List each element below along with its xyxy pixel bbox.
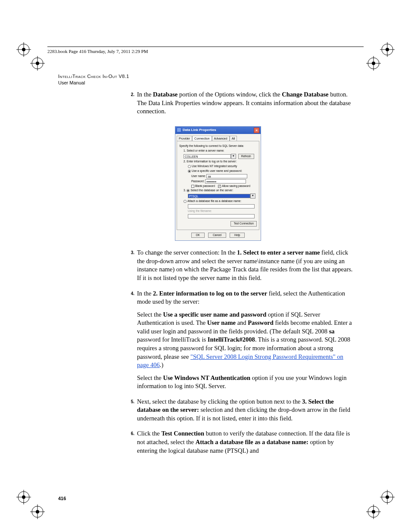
- tab-all[interactable]: All: [230, 136, 237, 141]
- data-link-properties-dialog: Data Link Properties × Provider Connecti…: [175, 126, 261, 241]
- filename-input[interactable]: [188, 214, 255, 218]
- step-text: To change the server connection: In the …: [137, 249, 353, 282]
- crop-mark-icon: [380, 42, 395, 57]
- radio-specific-user[interactable]: [188, 170, 191, 173]
- dialog-title: Data Link Properties: [183, 128, 216, 132]
- close-icon[interactable]: ×: [254, 128, 259, 133]
- label-enter-info: 2. Enter information to log on to the se…: [184, 160, 257, 164]
- test-connection-button[interactable]: Test Connection: [230, 221, 257, 227]
- crop-mark-icon: [16, 42, 31, 57]
- app-icon: [177, 128, 181, 132]
- chevron-down-icon[interactable]: ▾: [231, 154, 236, 159]
- label-using-filename: Using the filename:: [188, 209, 257, 213]
- label-select-db: Select the database on the server:: [190, 189, 233, 192]
- step-text: Select the Use Windows NT Authentication…: [137, 374, 353, 391]
- radio-nt-auth[interactable]: [188, 165, 191, 168]
- step-3: 3. To change the server connection: In t…: [125, 249, 353, 286]
- step-5: 5. Next, select the database by clicking…: [125, 398, 353, 427]
- dialog-titlebar: Data Link Properties ×: [175, 127, 261, 134]
- password-input[interactable]: ••••••••••: [205, 179, 246, 184]
- label-username: User name:: [191, 174, 206, 177]
- step-number: 4.: [125, 289, 137, 297]
- book-title: IntelliTrack Check In-Out V8.1: [58, 73, 129, 80]
- step-number: 2.: [125, 90, 137, 98]
- label-specific-user: Use a specific user name and password:: [192, 169, 242, 172]
- ok-button[interactable]: OK: [191, 233, 205, 238]
- crop-mark-icon: [366, 56, 381, 71]
- book-header: IntelliTrack Check In-Out V8.1 User Manu…: [58, 73, 129, 86]
- step-number: 3.: [125, 249, 137, 256]
- step-6: 6. Click the Test Connection button to v…: [125, 429, 353, 459]
- chevron-down-icon[interactable]: ▾: [250, 193, 255, 199]
- refresh-button[interactable]: Refresh: [238, 154, 254, 159]
- crop-mark-icon: [30, 56, 45, 71]
- dialog-heading: Specify the following to connect to SQL …: [179, 144, 257, 148]
- tab-connection[interactable]: Connection: [192, 136, 212, 141]
- step-text: Select the Use a specific user name and …: [137, 311, 353, 370]
- help-button[interactable]: Help: [230, 233, 245, 238]
- dialog-tabs: Provider Connection Advanced All: [175, 134, 261, 141]
- step-text: In the 2. Enter information to log on to…: [137, 289, 353, 306]
- tab-provider[interactable]: Provider: [177, 136, 192, 141]
- crop-header: 2283.book Page 416 Thursday, July 7, 201…: [47, 47, 364, 54]
- step-text: Click the Test Connection button to veri…: [137, 429, 353, 455]
- step-number: 5.: [125, 398, 137, 405]
- crop-mark-icon: [30, 504, 45, 519]
- step-4: 4. In the 2. Enter information to log on…: [125, 289, 353, 395]
- cancel-button[interactable]: Cancel: [208, 233, 226, 238]
- radio-attach-db[interactable]: [184, 200, 187, 203]
- crop-mark-icon: [366, 504, 381, 519]
- radio-select-db[interactable]: [187, 189, 190, 192]
- dialog-body: Specify the following to connect to SQL …: [177, 141, 259, 230]
- step-number: 6.: [125, 429, 137, 437]
- document-page: 2283.book Page 416 Thursday, July 7, 201…: [0, 0, 411, 532]
- label-nt-auth: Use Windows NT Integrated security: [192, 165, 237, 168]
- page-number: 416: [58, 496, 66, 501]
- dialog-footer: OK Cancel Help: [175, 230, 261, 241]
- username-input[interactable]: sa: [206, 174, 247, 178]
- label-select-server: 1. Select or enter a server name:: [184, 149, 257, 153]
- label-attach-db: Attach a database file as a database nam…: [187, 199, 241, 202]
- label-password: Password:: [191, 179, 204, 182]
- label-step3-num: 3.: [184, 189, 186, 192]
- label-blank-password: Blank password: [195, 184, 215, 187]
- checkbox-blank-password[interactable]: [191, 185, 194, 188]
- crop-mark-icon: [380, 490, 395, 504]
- checkbox-allow-saving[interactable]: [218, 185, 221, 188]
- step-2: 2. In the Database portion of the Option…: [125, 90, 353, 120]
- step-text: In the Database portion of the Options w…: [137, 90, 353, 116]
- server-name-input[interactable]: COLLEEN: [184, 154, 231, 159]
- page-content: 2. In the Database portion of the Option…: [125, 90, 353, 462]
- tab-advanced[interactable]: Advanced: [212, 136, 230, 141]
- label-allow-saving: Allow saving password: [222, 184, 250, 187]
- database-select[interactable]: PTSQL: [188, 194, 250, 198]
- crop-mark-icon: [16, 490, 31, 504]
- book-subtitle: User Manual: [58, 80, 129, 86]
- attach-db-name-input[interactable]: [188, 204, 255, 208]
- step-text: Next, select the database by clicking th…: [137, 398, 353, 423]
